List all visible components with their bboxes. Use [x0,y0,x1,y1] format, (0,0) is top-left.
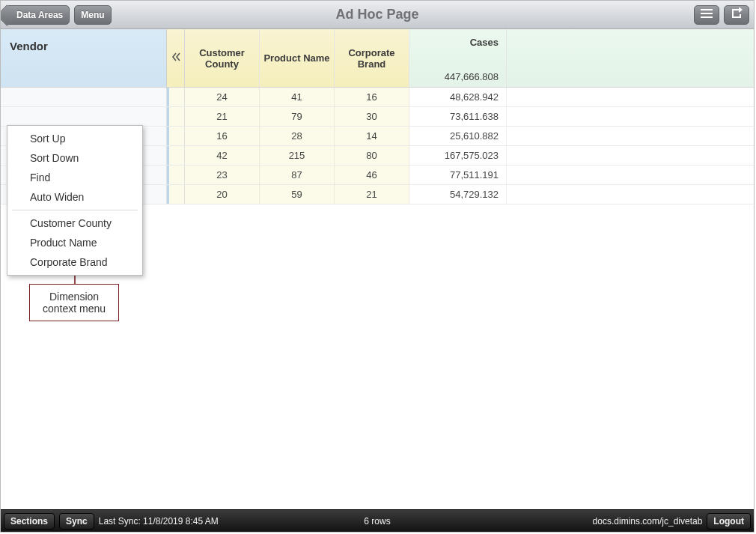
row-value-cell: 167,575.023 [409,146,507,165]
row-collapse-spacer [167,146,185,165]
row-value-cell: 48,628.942 [409,88,507,106]
url-label: docs.dimins.com/jc_divetab [593,516,703,527]
row-dimension-cell [1,88,167,106]
app-window: Data Areas Menu Ad Hoc Page Ve [0,0,755,533]
row-dimension-cell [1,107,167,126]
row-sub-cell: 80 [335,146,409,165]
row-sub-cell: 20 [185,185,260,204]
row-padding [507,88,754,106]
chevron-double-left-icon [171,52,180,64]
table-header: Vendor Customer County Product Name Corp… [1,29,754,88]
menu-button[interactable]: Menu [74,5,111,25]
row-value-cell: 54,729.132 [409,185,507,204]
row-sub-cell: 79 [260,107,335,126]
row-sub-cell: 16 [185,127,260,145]
context-menu-item[interactable]: Sort Down [7,148,142,168]
context-menu-item[interactable]: Corporate Brand [7,252,142,272]
sync-button[interactable]: Sync [59,513,94,530]
row-value-cell: 25,610.882 [409,127,507,145]
back-button-label: Data Areas [16,10,63,20]
row-sub-cell: 30 [335,107,409,126]
last-sync-label: Last Sync: 11/8/2019 8:45 AM [99,516,219,527]
context-menu-item[interactable]: Auto Widen [7,187,142,207]
column-header-dimension-label: Vendor [10,40,48,52]
row-collapse-spacer [167,88,185,106]
row-sub-cell: 46 [335,166,409,184]
page-title: Ad Hoc Page [1,7,754,22]
back-button[interactable]: Data Areas [5,5,70,25]
row-sub-cell: 23 [185,166,260,184]
menu-button-label: Menu [81,10,104,20]
table-row[interactable]: 21793073,611.638 [1,107,754,127]
menu-lines-icon [700,8,713,21]
column-header-sub-0[interactable]: Customer County [185,29,260,87]
collapse-button[interactable] [167,29,185,87]
bottom-bar: Sections Sync Last Sync: 11/8/2019 8:45 … [1,509,754,532]
column-header-measure[interactable]: Cases 447,666.808 [409,29,507,87]
row-sub-cell: 28 [260,127,335,145]
content-area: Vendor Customer County Product Name Corp… [1,29,754,509]
row-sub-cell: 87 [260,166,335,184]
measure-total: 447,666.808 [417,71,499,82]
measure-label: Cases [417,37,499,48]
sections-button[interactable]: Sections [4,513,55,530]
context-menu-divider [12,210,138,210]
row-sub-cell: 41 [260,88,335,106]
row-sub-cell: 21 [335,185,409,204]
callout-label: Dimension context menu [29,284,119,321]
share-icon [730,7,743,22]
row-sub-cell: 16 [335,88,409,106]
row-padding [507,185,754,204]
dimension-context-menu: Sort UpSort DownFindAuto WidenCustomer C… [7,125,143,276]
column-header-sub-1[interactable]: Product Name [260,29,335,87]
top-bar: Data Areas Menu Ad Hoc Page [1,1,754,29]
share-button[interactable] [724,5,749,25]
context-menu-item[interactable]: Sort Up [7,129,142,148]
row-collapse-spacer [167,185,185,204]
row-sub-cell: 24 [185,88,260,106]
row-sub-cell: 42 [185,146,260,165]
row-collapse-spacer [167,127,185,145]
logout-button[interactable]: Logout [707,513,751,530]
context-menu-item[interactable]: Customer County [7,213,142,233]
row-padding [507,146,754,165]
row-sub-cell: 215 [260,146,335,165]
row-collapse-spacer [167,166,185,184]
context-menu-item[interactable]: Find [7,168,142,187]
row-value-cell: 73,611.638 [409,107,507,126]
row-sub-cell: 14 [335,127,409,145]
row-padding [507,107,754,126]
row-padding [507,127,754,145]
header-spacer [507,29,754,87]
column-header-sub-2[interactable]: Corporate Brand [335,29,409,87]
table-row[interactable]: 24411648,628.942 [1,88,754,107]
context-menu-item[interactable]: Product Name [7,233,142,252]
row-padding [507,166,754,184]
options-button[interactable] [694,5,719,25]
row-sub-cell: 21 [185,107,260,126]
row-sub-cell: 59 [260,185,335,204]
row-value-cell: 77,511.191 [409,166,507,184]
column-header-dimension[interactable]: Vendor [1,29,167,87]
row-collapse-spacer [167,107,185,126]
